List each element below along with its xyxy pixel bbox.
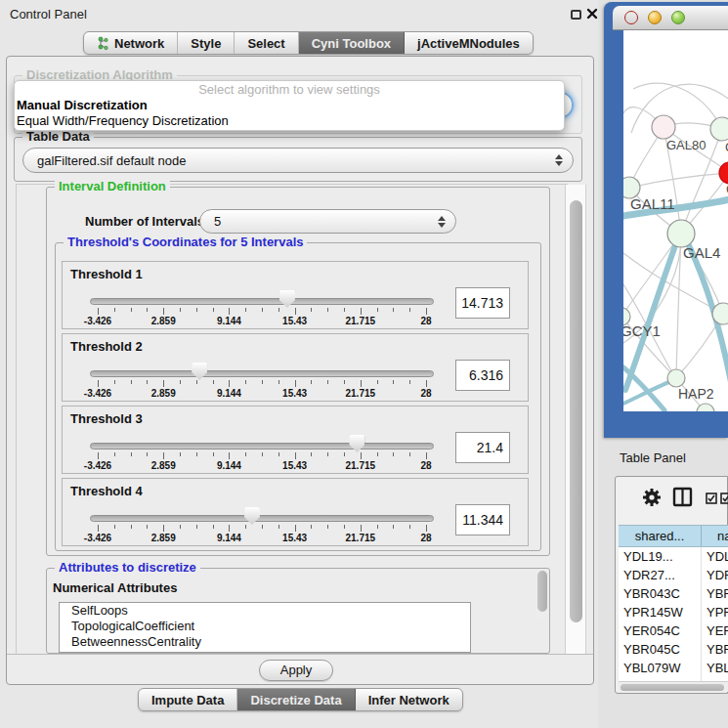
- slider-tick: [361, 308, 362, 315]
- slider-tick: [393, 525, 394, 529]
- combo-arrows-icon: [555, 154, 563, 166]
- slider-tick: [131, 525, 132, 529]
- slider-tick: [213, 308, 214, 312]
- table-row[interactable]: YBR045CYBR0: [619, 640, 728, 659]
- threshold-label: Threshold 4: [70, 484, 143, 498]
- tab-jactivemnodules[interactable]: jActiveMNodules: [405, 32, 533, 54]
- attribute-item[interactable]: SelfLoops: [60, 603, 470, 619]
- network-canvas[interactable]: GAL80GACGAL11GAL4HGCY1HAP2: [623, 30, 728, 411]
- network-node-h[interactable]: [712, 303, 728, 324]
- algorithm-option-manual[interactable]: Manual Discretization: [15, 98, 564, 113]
- slider-tick-label: 15.43: [266, 533, 324, 543]
- slider-tick-label: 15.43: [266, 388, 324, 399]
- close-icon[interactable]: [586, 8, 598, 20]
- cell-name[interactable]: YBR0: [702, 640, 728, 659]
- cell-shared-name[interactable]: YBR045C: [619, 640, 702, 659]
- cell-shared-name[interactable]: YDR27...: [619, 566, 702, 584]
- checkbox-icon[interactable]: [706, 491, 717, 508]
- scrollbar-thumb[interactable]: [621, 684, 724, 691]
- table-row[interactable]: YER054CYER0: [619, 621, 728, 640]
- threshold-value-input[interactable]: [455, 360, 510, 391]
- threshold-slider-track[interactable]: [90, 443, 434, 450]
- threshold-slider-track[interactable]: [90, 298, 434, 305]
- column-header-shared-name[interactable]: shared...: [619, 526, 702, 546]
- number-of-intervals-select[interactable]: 5: [199, 209, 456, 234]
- tab-network[interactable]: Network: [84, 32, 178, 54]
- apply-button[interactable]: Apply: [259, 660, 333, 681]
- checkbox-icon[interactable]: [720, 491, 728, 508]
- gear-icon[interactable]: [641, 487, 663, 512]
- tab-cyni-toolbox[interactable]: Cyni Toolbox: [299, 32, 405, 54]
- slider-tick: [163, 525, 164, 532]
- numerical-attributes-list[interactable]: SelfLoopsTopologicalCoefficientBetweenne…: [59, 602, 471, 653]
- threshold-slider-thumb[interactable]: [279, 290, 295, 308]
- cell-shared-name[interactable]: YBR043C: [619, 584, 702, 603]
- table-horizontal-scrollbar[interactable]: [619, 681, 728, 692]
- slider-tick-label: 9.144: [199, 316, 258, 326]
- cell-name[interactable]: YER0: [702, 621, 728, 640]
- table-row[interactable]: YPR145WYPR1: [619, 603, 728, 621]
- threshold-value-input[interactable]: [455, 432, 510, 463]
- network-node-gal4[interactable]: [667, 220, 695, 247]
- threshold-slider-thumb[interactable]: [349, 435, 364, 452]
- cell-name[interactable]: YBR0: [702, 584, 728, 603]
- tab-style[interactable]: Style: [178, 32, 235, 54]
- bottom-tab-impute-data[interactable]: Impute Data: [139, 689, 237, 710]
- scrollbar-thumb[interactable]: [537, 571, 547, 612]
- slider-tick: [229, 452, 230, 459]
- bottom-tab-discretize-data[interactable]: Discretize Data: [237, 689, 355, 710]
- float-window-icon[interactable]: [571, 10, 581, 20]
- split-table-icon[interactable]: [672, 487, 693, 511]
- network-node-hap2[interactable]: [667, 369, 685, 387]
- slider-tick: [426, 308, 427, 315]
- slider-tick: [426, 452, 427, 459]
- table-row[interactable]: YBR043CYBR0: [619, 584, 728, 603]
- algorithm-dropdown-popup: Select algorithm to view settings Manual…: [14, 80, 565, 131]
- attribute-item[interactable]: TopologicalCoefficient: [60, 619, 470, 634]
- threshold-value-input[interactable]: [455, 504, 510, 535]
- cell-shared-name[interactable]: YER054C: [619, 621, 702, 640]
- threshold-slider-track[interactable]: [90, 515, 434, 522]
- column-header-name[interactable]: na: [702, 526, 728, 546]
- slider-tick: [98, 380, 99, 387]
- table-data-select[interactable]: galFiltered.sif default node: [22, 148, 574, 173]
- threshold-panel: Threshold 2 -3.4262.8599.14415.4321.7152…: [62, 333, 529, 402]
- cell-shared-name[interactable]: YDL19...: [619, 547, 702, 566]
- zoom-traffic-light-icon[interactable]: [671, 11, 685, 24]
- minimize-traffic-light-icon[interactable]: [648, 11, 662, 24]
- threshold-value-input[interactable]: [455, 287, 510, 319]
- slider-tick-label: -3.426: [68, 533, 127, 543]
- table-row[interactable]: YDL19...YDL1: [619, 547, 728, 566]
- attribute-item[interactable]: BetweennessCentrality: [60, 634, 470, 650]
- cell-name[interactable]: YBL0: [702, 659, 728, 677]
- network-node-c[interactable]: [719, 162, 728, 184]
- slider-tick: [393, 308, 394, 312]
- slider-tick: [114, 525, 115, 529]
- cell-shared-name[interactable]: YPR145W: [619, 603, 702, 621]
- cell-name[interactable]: YPR1: [702, 603, 728, 621]
- attributes-list-scrollbar[interactable]: [536, 570, 548, 619]
- table-row[interactable]: YDR27...YDR2: [619, 566, 728, 584]
- network-node-ga[interactable]: [710, 117, 728, 141]
- threshold-slider-thumb[interactable]: [192, 363, 207, 380]
- slider-tick: [262, 525, 263, 529]
- network-node-gal80[interactable]: [652, 115, 675, 139]
- bottom-tab-infer-network[interactable]: Infer Network: [356, 689, 462, 710]
- cell-name[interactable]: YDL1: [702, 547, 728, 566]
- cell-shared-name[interactable]: YBL079W: [619, 659, 702, 677]
- network-nodes: GAL80GACGAL11GAL4HGCY1HAP2: [623, 115, 728, 411]
- settings-scrollbar[interactable]: [565, 185, 586, 654]
- scrollbar-thumb[interactable]: [570, 200, 582, 622]
- slider-tick: [180, 452, 181, 456]
- slider-tick: [245, 308, 246, 312]
- close-traffic-light-icon[interactable]: [624, 11, 638, 24]
- threshold-slider-thumb[interactable]: [244, 507, 260, 525]
- algorithm-placeholder-option[interactable]: Select algorithm to view settings: [15, 81, 564, 98]
- slider-tick: [180, 525, 181, 529]
- cell-name[interactable]: YDR2: [702, 566, 728, 584]
- threshold-slider-track[interactable]: [90, 370, 434, 377]
- algorithm-option-equal-width[interactable]: Equal Width/Frequency Discretization: [15, 113, 564, 129]
- tab-select[interactable]: Select: [235, 32, 298, 54]
- network-window-titlebar[interactable]: [613, 6, 728, 30]
- table-row[interactable]: YBL079WYBL0: [619, 659, 728, 677]
